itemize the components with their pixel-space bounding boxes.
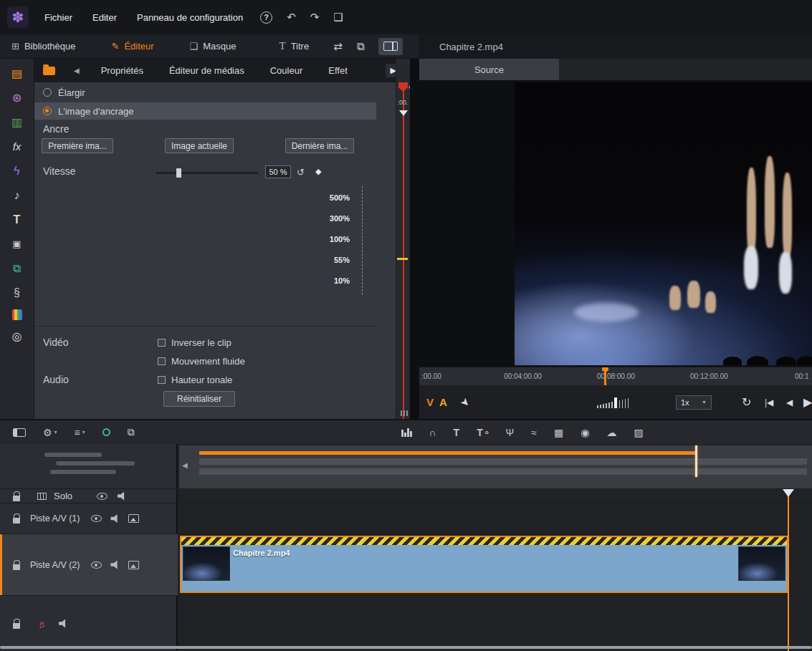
audio-icon[interactable]: ♪ — [14, 188, 20, 203]
checkbox-hauteur-tonale[interactable]: Hauteur tonale — [158, 375, 232, 385]
keyframe-diamond-icon[interactable]: ◆ — [315, 167, 321, 176]
keyframe-marker-icon[interactable] — [398, 82, 408, 92]
keyframe-yellow-tick[interactable] — [397, 258, 408, 260]
reset-button[interactable]: Réinitialiser — [163, 391, 235, 407]
links-icon[interactable]: § — [14, 285, 20, 301]
record-icon[interactable] — [94, 428, 119, 436]
tab-editeur-medias[interactable]: Éditeur de médias — [156, 65, 257, 76]
previous-frame-icon[interactable]: |◀ — [765, 397, 773, 408]
app-logo-icon[interactable]: ✽ — [7, 6, 29, 28]
redo-icon[interactable]: ↷ — [303, 11, 327, 24]
layout-button[interactable] — [378, 38, 403, 55]
current-frame-button[interactable]: Image actuelle — [165, 138, 234, 153]
multicam-grid-icon[interactable]: ▦ — [545, 427, 572, 438]
clip-folder-icon[interactable] — [43, 67, 55, 75]
timeline-playhead-line[interactable] — [788, 489, 789, 651]
video-preview[interactable] — [515, 82, 812, 365]
muted-music-icon[interactable]: ♬ — [36, 617, 49, 630]
transitions-icon[interactable]: ⊛ — [12, 90, 22, 106]
audio-levels-icon[interactable] — [393, 428, 421, 437]
magnet-icon[interactable]: ∩ — [421, 427, 445, 438]
settings-gear-icon[interactable]: ⚙▾ — [34, 427, 66, 438]
keyframe-triangle-icon[interactable] — [399, 110, 408, 116]
first-frame-button[interactable]: Première ima... — [42, 138, 113, 153]
track-header-audio[interactable]: ♬ — [0, 596, 178, 651]
titles-icon[interactable]: T — [14, 212, 21, 228]
flash-icon[interactable]: ϟ — [14, 163, 19, 179]
checkbox-inverser-clip[interactable]: Inverser le clip — [158, 337, 231, 348]
navigator-playhead[interactable] — [695, 445, 697, 477]
tab-couleur[interactable]: Couleur — [257, 65, 316, 76]
duplicate-icon[interactable]: ⧉ — [350, 40, 372, 53]
track-header-av2[interactable]: Piste A/V (2) — [0, 534, 178, 595]
disc-icon[interactable]: ◎ — [12, 329, 22, 344]
overlay-image-icon[interactable] — [128, 514, 139, 523]
add-subtitle-icon[interactable]: To — [468, 427, 497, 438]
add-title-icon[interactable]: T — [445, 427, 469, 438]
zoom-scrubber-handle[interactable] — [614, 397, 617, 408]
lock-icon[interactable] — [13, 491, 20, 501]
audio-toggle[interactable]: A — [439, 396, 447, 408]
media-library-icon[interactable]: ▤ — [11, 66, 22, 82]
tab-masque[interactable]: ❏ Masque — [178, 34, 248, 58]
radio-elargir[interactable]: Élargir — [34, 84, 376, 101]
zoom-scrubber[interactable] — [597, 397, 629, 408]
speaker-icon[interactable] — [110, 561, 120, 569]
tab-titre[interactable]: T Titre — [267, 34, 320, 58]
speed-slider-handle[interactable] — [176, 168, 181, 178]
ruler-playhead-marker[interactable] — [604, 367, 606, 386]
overlay-image-icon[interactable] — [128, 561, 139, 569]
lock-icon[interactable] — [13, 513, 20, 524]
player-ruler[interactable]: :00.00 00:04:00.00 00:08:00.00 00:12:00.… — [419, 367, 812, 385]
eye-icon[interactable] — [97, 493, 108, 500]
overlays-icon[interactable]: ▣ — [12, 236, 21, 252]
speed-value[interactable]: 50 % — [265, 165, 291, 178]
menu-fichier[interactable]: Fichier — [34, 12, 82, 23]
navigator-handle-icon[interactable]: ◀ — [182, 461, 188, 469]
step-back-icon[interactable]: ◀ — [786, 397, 793, 408]
eye-icon[interactable] — [91, 561, 102, 569]
video-toggle[interactable]: V — [426, 396, 434, 408]
panel-resize-grip[interactable] — [401, 410, 408, 416]
editor-back-icon[interactable]: ◀ — [65, 67, 88, 74]
playback-speed-dropdown[interactable]: 1x ▼ — [676, 395, 712, 410]
last-frame-button[interactable]: Dernière ima... — [285, 138, 354, 153]
audio-mixer-icon[interactable]: ≡▾ — [66, 427, 94, 438]
swap-panels-icon[interactable]: ⇄ — [326, 40, 350, 53]
clip-chapitre2[interactable]: Chapitre 2.mp4 — [180, 536, 788, 593]
speaker-icon[interactable] — [118, 492, 127, 501]
lock-icon[interactable] — [13, 560, 20, 570]
source-tab[interactable]: Source — [419, 59, 559, 80]
track-grid-icon[interactable] — [37, 493, 47, 500]
folders-icon[interactable]: ▥ — [11, 115, 22, 130]
copy-icon[interactable]: ⧉ — [119, 426, 143, 438]
track-header-av1[interactable]: Piste A/V (1) — [0, 503, 178, 534]
checkbox-mouvement-fluide[interactable]: Mouvement fluide — [158, 356, 245, 367]
navigator-range-bar[interactable] — [199, 451, 697, 455]
loop-icon[interactable]: ↻ — [742, 395, 751, 409]
tab-bibliotheque[interactable]: ⊞ Bibliothèque — [0, 34, 87, 58]
effects-icon[interactable]: fx — [13, 139, 22, 155]
document-icon[interactable]: ❑ — [326, 11, 350, 24]
speed-slider[interactable] — [156, 172, 258, 174]
speaker-icon[interactable] — [59, 619, 68, 628]
color-wheel-icon[interactable]: ◉ — [572, 427, 598, 438]
tab-proprietes[interactable]: Propriétés — [88, 65, 156, 76]
color-bars-icon[interactable] — [12, 309, 22, 320]
horizontal-scrollbar[interactable] — [0, 646, 812, 649]
speed-reset-icon[interactable]: ↺ — [297, 167, 305, 178]
speaker-icon[interactable] — [110, 514, 120, 523]
voiceover-mic-icon[interactable]: Ψ — [497, 427, 523, 438]
mask-editor-icon[interactable]: ▨ — [625, 427, 651, 438]
layers-icon[interactable]: ⧉ — [13, 261, 21, 276]
customize-toolbar-icon[interactable] — [0, 428, 34, 437]
solo-label[interactable]: Solo — [54, 491, 72, 501]
cloud-icon[interactable]: ☁ — [598, 427, 625, 438]
menu-panneau-configuration[interactable]: Panneau de configuration — [127, 12, 253, 23]
timeline-navigator[interactable]: ◀ — [179, 445, 812, 488]
eye-icon[interactable] — [91, 515, 102, 522]
lock-icon[interactable] — [13, 619, 20, 629]
waveform-icon[interactable]: ≈ — [522, 427, 545, 438]
menu-editer[interactable]: Editer — [82, 12, 127, 23]
keyframe-strip[interactable]: ▾ :00. — [396, 59, 410, 419]
